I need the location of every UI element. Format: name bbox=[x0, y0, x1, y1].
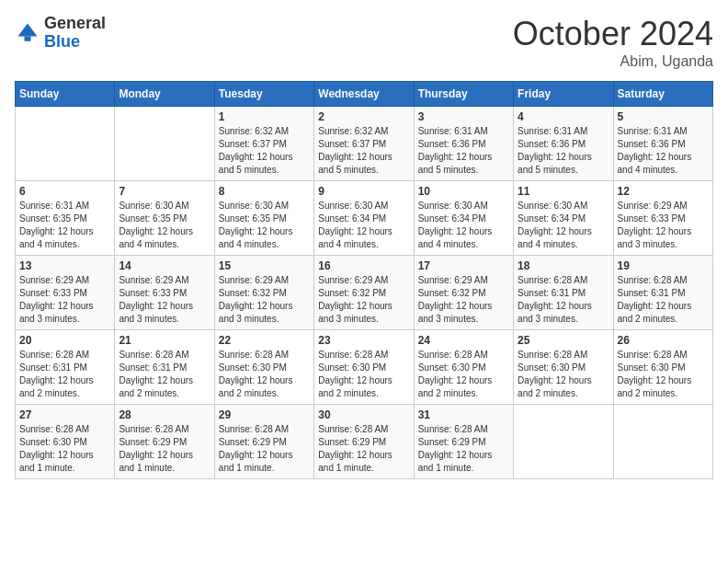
calendar-cell: 14Sunrise: 6:29 AM Sunset: 6:33 PM Dayli… bbox=[115, 256, 214, 330]
calendar-cell: 7Sunrise: 6:30 AM Sunset: 6:35 PM Daylig… bbox=[115, 181, 214, 256]
day-number: 23 bbox=[318, 334, 409, 347]
day-number: 22 bbox=[219, 334, 310, 347]
calendar-cell bbox=[613, 405, 712, 479]
day-info: Sunrise: 6:28 AM Sunset: 6:30 PM Dayligh… bbox=[219, 349, 310, 400]
day-info: Sunrise: 6:28 AM Sunset: 6:31 PM Dayligh… bbox=[618, 274, 709, 326]
day-number: 19 bbox=[618, 259, 709, 272]
header-sunday: Sunday bbox=[16, 82, 115, 107]
calendar-body: 1Sunrise: 6:32 AM Sunset: 6:37 PM Daylig… bbox=[16, 107, 713, 479]
header-friday: Friday bbox=[514, 82, 613, 107]
day-number: 16 bbox=[318, 259, 409, 272]
day-number: 6 bbox=[19, 185, 110, 198]
calendar-header: Sunday Monday Tuesday Wednesday Thursday… bbox=[16, 82, 713, 107]
day-number: 1 bbox=[219, 110, 310, 123]
day-info: Sunrise: 6:31 AM Sunset: 6:35 PM Dayligh… bbox=[19, 200, 110, 251]
calendar-cell: 23Sunrise: 6:28 AM Sunset: 6:30 PM Dayli… bbox=[314, 330, 414, 405]
calendar-cell: 24Sunrise: 6:28 AM Sunset: 6:30 PM Dayli… bbox=[414, 330, 513, 405]
calendar-cell: 27Sunrise: 6:28 AM Sunset: 6:30 PM Dayli… bbox=[16, 405, 115, 479]
calendar-cell: 19Sunrise: 6:28 AM Sunset: 6:31 PM Dayli… bbox=[613, 256, 712, 330]
day-info: Sunrise: 6:30 AM Sunset: 6:35 PM Dayligh… bbox=[119, 200, 210, 251]
day-info: Sunrise: 6:28 AM Sunset: 6:31 PM Dayligh… bbox=[518, 274, 609, 326]
day-info: Sunrise: 6:30 AM Sunset: 6:35 PM Dayligh… bbox=[219, 200, 310, 251]
day-info: Sunrise: 6:28 AM Sunset: 6:30 PM Dayligh… bbox=[318, 349, 409, 400]
day-number: 17 bbox=[418, 259, 509, 272]
calendar-cell: 9Sunrise: 6:30 AM Sunset: 6:34 PM Daylig… bbox=[314, 181, 414, 256]
calendar-cell: 5Sunrise: 6:31 AM Sunset: 6:36 PM Daylig… bbox=[613, 107, 712, 181]
day-info: Sunrise: 6:29 AM Sunset: 6:32 PM Dayligh… bbox=[418, 274, 509, 326]
day-info: Sunrise: 6:32 AM Sunset: 6:37 PM Dayligh… bbox=[318, 125, 409, 177]
logo-icon bbox=[15, 20, 40, 46]
day-number: 11 bbox=[518, 185, 609, 198]
svg-rect-1 bbox=[25, 36, 31, 40]
calendar-week-row: 6Sunrise: 6:31 AM Sunset: 6:35 PM Daylig… bbox=[16, 181, 713, 256]
calendar-cell bbox=[16, 107, 115, 181]
calendar-cell: 2Sunrise: 6:32 AM Sunset: 6:37 PM Daylig… bbox=[314, 107, 414, 181]
calendar-cell bbox=[115, 107, 214, 181]
calendar-cell: 3Sunrise: 6:31 AM Sunset: 6:36 PM Daylig… bbox=[414, 107, 513, 181]
day-number: 21 bbox=[119, 334, 210, 347]
day-number: 31 bbox=[418, 408, 509, 421]
logo-blue-text: Blue bbox=[44, 33, 106, 52]
day-info: Sunrise: 6:28 AM Sunset: 6:31 PM Dayligh… bbox=[119, 349, 210, 400]
day-number: 7 bbox=[119, 185, 210, 198]
calendar-cell: 15Sunrise: 6:29 AM Sunset: 6:32 PM Dayli… bbox=[214, 256, 313, 330]
day-info: Sunrise: 6:28 AM Sunset: 6:29 PM Dayligh… bbox=[318, 423, 409, 475]
day-number: 12 bbox=[618, 185, 709, 198]
day-info: Sunrise: 6:28 AM Sunset: 6:30 PM Dayligh… bbox=[19, 423, 110, 475]
header-wednesday: Wednesday bbox=[314, 82, 414, 107]
day-number: 15 bbox=[219, 259, 310, 272]
calendar-week-row: 1Sunrise: 6:32 AM Sunset: 6:37 PM Daylig… bbox=[16, 107, 713, 181]
day-info: Sunrise: 6:29 AM Sunset: 6:33 PM Dayligh… bbox=[19, 274, 110, 326]
month-title: October 2024 bbox=[513, 15, 713, 53]
header-thursday: Thursday bbox=[414, 82, 513, 107]
day-info: Sunrise: 6:28 AM Sunset: 6:30 PM Dayligh… bbox=[518, 349, 609, 400]
day-info: Sunrise: 6:29 AM Sunset: 6:33 PM Dayligh… bbox=[618, 200, 709, 251]
day-number: 30 bbox=[318, 408, 409, 421]
calendar-cell: 22Sunrise: 6:28 AM Sunset: 6:30 PM Dayli… bbox=[214, 330, 313, 405]
calendar-cell: 6Sunrise: 6:31 AM Sunset: 6:35 PM Daylig… bbox=[16, 181, 115, 256]
logo-text: General Blue bbox=[44, 15, 106, 52]
header-monday: Monday bbox=[115, 82, 214, 107]
day-info: Sunrise: 6:28 AM Sunset: 6:30 PM Dayligh… bbox=[418, 349, 509, 400]
header-saturday: Saturday bbox=[613, 82, 712, 107]
calendar-cell: 28Sunrise: 6:28 AM Sunset: 6:29 PM Dayli… bbox=[115, 405, 214, 479]
day-number: 8 bbox=[219, 185, 310, 198]
logo-general-text: General bbox=[44, 15, 106, 33]
day-number: 27 bbox=[19, 408, 110, 421]
calendar-cell: 16Sunrise: 6:29 AM Sunset: 6:32 PM Dayli… bbox=[314, 256, 414, 330]
day-info: Sunrise: 6:30 AM Sunset: 6:34 PM Dayligh… bbox=[418, 200, 509, 251]
calendar-cell: 26Sunrise: 6:28 AM Sunset: 6:30 PM Dayli… bbox=[613, 330, 712, 405]
header-tuesday: Tuesday bbox=[214, 82, 313, 107]
day-number: 4 bbox=[518, 110, 609, 123]
day-number: 10 bbox=[418, 185, 509, 198]
day-number: 24 bbox=[418, 334, 509, 347]
day-number: 9 bbox=[318, 185, 409, 198]
day-number: 26 bbox=[618, 334, 709, 347]
header: General Blue October 2024 Abim, Uganda bbox=[15, 15, 713, 70]
day-number: 29 bbox=[219, 408, 310, 421]
day-number: 2 bbox=[318, 110, 409, 123]
day-info: Sunrise: 6:28 AM Sunset: 6:30 PM Dayligh… bbox=[618, 349, 709, 400]
logo: General Blue bbox=[15, 15, 106, 52]
calendar-cell: 11Sunrise: 6:30 AM Sunset: 6:34 PM Dayli… bbox=[514, 181, 613, 256]
day-info: Sunrise: 6:29 AM Sunset: 6:32 PM Dayligh… bbox=[219, 274, 310, 326]
title-area: October 2024 Abim, Uganda bbox=[513, 15, 713, 70]
day-number: 3 bbox=[418, 110, 509, 123]
calendar-cell: 18Sunrise: 6:28 AM Sunset: 6:31 PM Dayli… bbox=[514, 256, 613, 330]
calendar-cell: 4Sunrise: 6:31 AM Sunset: 6:36 PM Daylig… bbox=[514, 107, 613, 181]
calendar-cell: 10Sunrise: 6:30 AM Sunset: 6:34 PM Dayli… bbox=[414, 181, 513, 256]
calendar-table: Sunday Monday Tuesday Wednesday Thursday… bbox=[15, 81, 713, 479]
calendar-week-row: 13Sunrise: 6:29 AM Sunset: 6:33 PM Dayli… bbox=[16, 256, 713, 330]
day-info: Sunrise: 6:30 AM Sunset: 6:34 PM Dayligh… bbox=[318, 200, 409, 251]
day-info: Sunrise: 6:30 AM Sunset: 6:34 PM Dayligh… bbox=[518, 200, 609, 251]
calendar-week-row: 20Sunrise: 6:28 AM Sunset: 6:31 PM Dayli… bbox=[16, 330, 713, 405]
day-number: 14 bbox=[119, 259, 210, 272]
day-info: Sunrise: 6:28 AM Sunset: 6:29 PM Dayligh… bbox=[119, 423, 210, 475]
svg-marker-0 bbox=[18, 23, 38, 36]
day-info: Sunrise: 6:31 AM Sunset: 6:36 PM Dayligh… bbox=[418, 125, 509, 177]
day-info: Sunrise: 6:29 AM Sunset: 6:33 PM Dayligh… bbox=[119, 274, 210, 326]
calendar-cell: 21Sunrise: 6:28 AM Sunset: 6:31 PM Dayli… bbox=[115, 330, 214, 405]
calendar-cell: 13Sunrise: 6:29 AM Sunset: 6:33 PM Dayli… bbox=[16, 256, 115, 330]
calendar-week-row: 27Sunrise: 6:28 AM Sunset: 6:30 PM Dayli… bbox=[16, 405, 713, 479]
day-number: 5 bbox=[618, 110, 709, 123]
